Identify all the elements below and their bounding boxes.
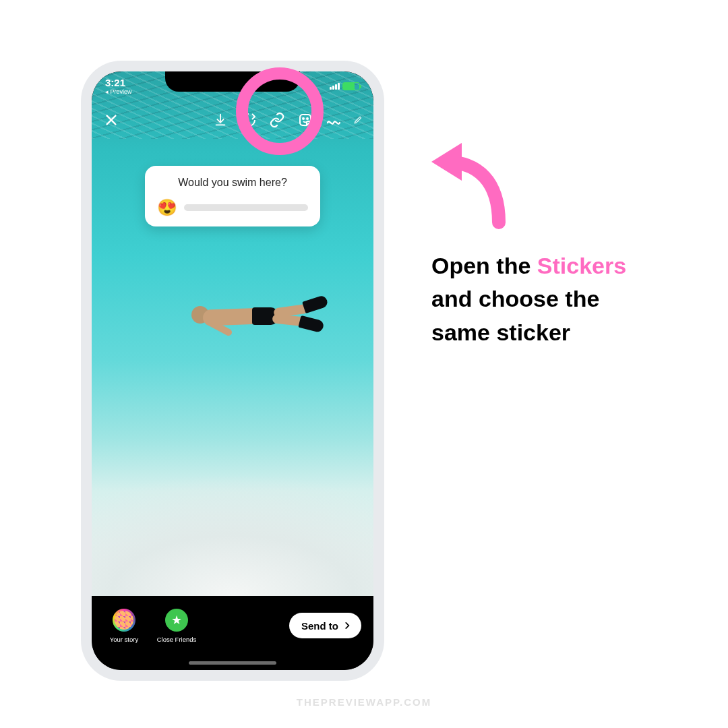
link-icon[interactable] xyxy=(268,111,286,129)
draw-icon[interactable] xyxy=(353,111,363,129)
story-canvas[interactable]: Would you swim here? 😍 Your story ★ Clos… xyxy=(92,71,373,670)
send-to-button[interactable]: Send to xyxy=(289,613,361,638)
your-story-icon xyxy=(113,609,135,632)
emoji-slider-sticker[interactable]: Would you swim here? 😍 xyxy=(145,166,320,226)
swimmer-figure xyxy=(166,294,328,341)
effects-icon[interactable] xyxy=(325,111,342,129)
poll-question: Would you swim here? xyxy=(157,177,308,189)
chevron-right-icon xyxy=(342,621,352,630)
battery-icon xyxy=(342,82,360,90)
instruction-text: Open the Stickers and choose the same st… xyxy=(431,249,661,349)
send-to-label: Send to xyxy=(301,620,338,632)
annotation-arrow-icon xyxy=(425,135,519,229)
sticker-icon[interactable] xyxy=(297,111,314,129)
story-toolbar xyxy=(92,105,373,135)
close-friends-icon: ★ xyxy=(165,609,188,632)
notch xyxy=(165,71,300,92)
download-icon[interactable] xyxy=(212,111,229,129)
close-icon[interactable] xyxy=(102,111,120,129)
svg-point-5 xyxy=(307,118,308,119)
boomerang-icon[interactable] xyxy=(240,111,257,129)
phone-screen: 3:21 ◂ Preview xyxy=(92,71,373,670)
heart-eyes-emoji-icon[interactable]: 😍 xyxy=(157,198,177,217)
close-friends-button[interactable]: ★ Close Friends xyxy=(156,609,197,643)
story-bottom-bar: Your story ★ Close Friends Send to xyxy=(92,596,373,670)
phone-frame: 3:21 ◂ Preview xyxy=(81,61,384,681)
home-indicator[interactable] xyxy=(189,661,276,665)
story-background-image xyxy=(92,71,373,596)
your-story-button[interactable]: Your story xyxy=(104,609,144,643)
your-story-label: Your story xyxy=(110,636,138,643)
signal-icon xyxy=(330,83,340,90)
svg-point-4 xyxy=(303,118,304,119)
poll-slider-track[interactable] xyxy=(184,204,308,211)
status-time: 3:21 xyxy=(105,78,132,88)
status-back-app[interactable]: ◂ Preview xyxy=(105,89,132,95)
watermark: THEPREVIEWAPP.COM xyxy=(297,696,431,708)
close-friends-label: Close Friends xyxy=(157,636,197,643)
